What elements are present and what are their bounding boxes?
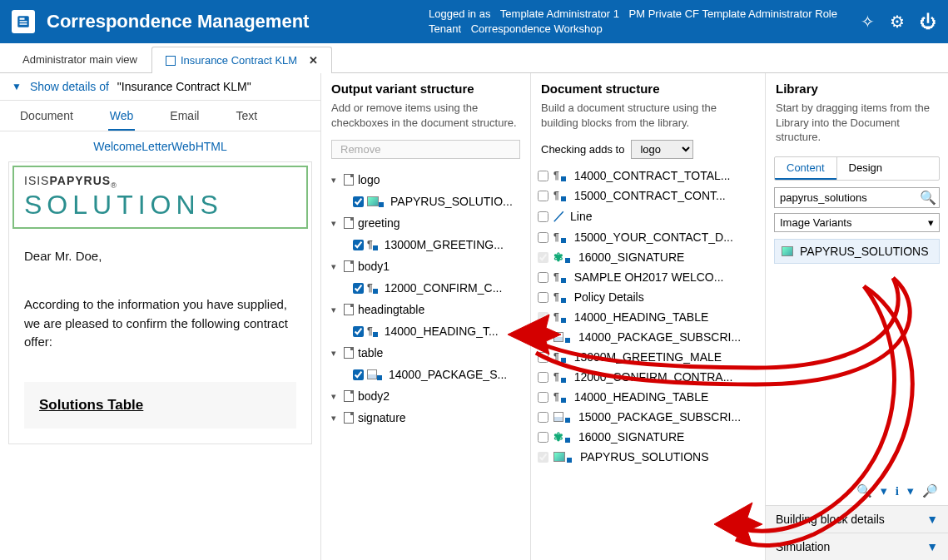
show-details-link[interactable]: Show details of [30, 80, 109, 93]
tree-node[interactable]: ▾headingtable [326, 299, 525, 320]
item-checkbox[interactable] [538, 392, 548, 403]
expand-icon[interactable]: ▾ [328, 391, 340, 402]
doc-structure-item[interactable]: ¶14000_HEADING_TABLE [536, 307, 760, 327]
app-title: Correspondence Management [47, 11, 309, 32]
library-tab-design[interactable]: Design [836, 157, 894, 180]
dropdown-icon[interactable]: ▾ [881, 483, 887, 498]
tree-node[interactable]: ▾signature [326, 407, 525, 429]
settings-gear-icon[interactable]: ⚙ [890, 12, 905, 32]
item-checkbox[interactable] [538, 412, 548, 423]
tab-insurance-contract[interactable]: Insurance Contract KLM ✕ [151, 47, 332, 73]
checking-adds-select[interactable]: logo [631, 140, 693, 159]
item-checkbox[interactable] [538, 432, 548, 443]
mode-tab-document[interactable]: Document [18, 106, 75, 131]
output-variant-tree: ▾logoPAPYRUS_SOLUTIO...▾greeting¶13000M_… [321, 166, 530, 560]
item-checkbox[interactable] [538, 232, 548, 243]
doc-structure-item-label: 16000_SIGNATURE [578, 250, 684, 264]
doc-structure-item[interactable]: PAPYRUS_SOLUTIONS [536, 447, 760, 467]
library-search[interactable]: 🔍 [774, 187, 940, 208]
library-tab-content[interactable]: Content [775, 157, 836, 180]
doc-structure-item[interactable]: 15000_PACKAGE_SUBSCRI... [536, 407, 760, 427]
tree-leaf[interactable]: 14000_PACKAGE_S... [326, 364, 525, 385]
doc-structure-item[interactable]: ✾16000_SIGNATURE [536, 247, 760, 267]
folder-icon [344, 304, 354, 315]
doc-structure-desc: Build a document structure using the bui… [541, 101, 755, 130]
close-icon[interactable]: ✕ [309, 54, 318, 67]
acc-label: Simulation [776, 540, 830, 553]
zoom-page-icon[interactable]: 🔍 [856, 483, 872, 498]
library-item-papyrus-solutions[interactable]: PAPYRUS_SOLUTIONS [774, 239, 940, 264]
tree-leaf-label: 13000M_GREETING... [385, 238, 504, 251]
doc-structure-item[interactable]: ¶SAMPLE OH2017 WELCO... [536, 267, 760, 287]
item-checkbox[interactable] [538, 211, 548, 222]
doc-structure-item[interactable]: ¶12000_CONFIRM_CONTRA... [536, 367, 760, 387]
tree-leaf[interactable]: ¶13000M_GREETING... [326, 234, 525, 255]
paragraph-icon: ¶ [553, 371, 559, 383]
find-page-icon[interactable]: 🔎 [922, 483, 938, 498]
folder-icon [344, 412, 354, 424]
doc-structure-item[interactable]: ¶15000_CONTRACT_CONT... [536, 186, 760, 206]
dropdown-icon-2[interactable]: ▾ [907, 483, 914, 498]
expand-icon[interactable]: ▾ [328, 348, 340, 359]
doc-structure-item[interactable]: ¶14000_HEADING_TABLE [536, 387, 760, 407]
output-variant-desc: Add or remove items using the checkboxes… [331, 101, 520, 130]
tree-leaf[interactable]: ¶14000_HEADING_T... [326, 320, 525, 342]
doc-structure-item[interactable]: ／Line [536, 206, 760, 227]
tree-leaf[interactable]: PAPYRUS_SOLUTIO... [326, 191, 525, 212]
power-icon[interactable]: ⏻ [920, 12, 936, 32]
preview-doc-title[interactable]: WelcomeLetterWebHTML [0, 131, 320, 161]
paragraph-icon: ¶ [553, 291, 559, 303]
info-icon[interactable]: i [896, 484, 899, 498]
library-filter-select[interactable]: Image Variants ▾ [774, 213, 940, 232]
search-icon[interactable]: 🔍 [920, 190, 936, 206]
accordion-simulation[interactable]: Simulation ▼ [766, 533, 948, 560]
mode-tab-email[interactable]: Email [168, 106, 201, 131]
output-variant-title: Output variant structure [331, 82, 520, 96]
mode-tab-text[interactable]: Text [234, 106, 259, 131]
chevron-down-icon: ▾ [928, 216, 934, 229]
tree-node-label: signature [358, 411, 406, 424]
expand-icon[interactable]: ▾ [328, 218, 340, 229]
doc-structure-item[interactable]: ¶14000_CONTRACT_TOTAL... [536, 166, 760, 186]
preview-solutions-table: Solutions Table [24, 382, 296, 429]
doc-structure-item[interactable]: ¶Policy Details [536, 287, 760, 307]
item-checkbox[interactable] [538, 352, 548, 363]
item-checkbox[interactable] [353, 196, 364, 207]
doc-structure-item[interactable]: 14000_PACKAGE_SUBSCRI... [536, 327, 760, 347]
remove-button[interactable]: Remove [331, 140, 520, 159]
tree-node[interactable]: ▾body1 [326, 255, 525, 277]
doc-structure-item[interactable]: ¶13000M_GREETING_MALE [536, 347, 760, 367]
item-checkbox[interactable] [538, 372, 548, 383]
mode-tab-web[interactable]: Web [108, 106, 136, 131]
show-details-bar[interactable]: ▼ Show details of "Insurance Contract KL… [0, 73, 320, 101]
item-checkbox[interactable] [353, 240, 364, 250]
doc-structure-item[interactable]: ✾16000_SIGNATURE [536, 427, 760, 447]
tree-leaf[interactable]: ¶12000_CONFIRM_C... [326, 277, 525, 299]
folder-icon [344, 260, 354, 272]
search-input[interactable] [780, 191, 920, 204]
accordion-building-block-details[interactable]: Building block details ▼ [766, 505, 948, 533]
item-checkbox[interactable] [538, 171, 548, 181]
tree-node[interactable]: ▾greeting [326, 212, 525, 234]
expand-icon[interactable]: ▾ [328, 413, 340, 424]
tree-node-label: logo [358, 173, 380, 186]
expand-icon[interactable]: ▾ [328, 305, 340, 315]
tab-admin-main[interactable]: Administrator main view [8, 46, 151, 72]
paragraph-icon: ¶ [553, 170, 559, 181]
item-checkbox[interactable] [353, 283, 364, 294]
item-checkbox[interactable] [353, 369, 364, 380]
expand-icon[interactable]: ▾ [328, 261, 340, 272]
folder-icon [344, 217, 354, 229]
item-checkbox[interactable] [538, 191, 548, 201]
notifications-icon[interactable]: ✧ [861, 12, 875, 32]
expand-icon[interactable]: ▾ [328, 175, 340, 186]
doc-structure-item[interactable]: ¶15000_YOUR_CONTACT_D... [536, 227, 760, 247]
item-checkbox[interactable] [353, 326, 364, 337]
item-checkbox[interactable] [538, 272, 548, 283]
paragraph-icon: ¶ [553, 271, 559, 283]
tree-node[interactable]: ▾body2 [326, 385, 525, 407]
item-checkbox[interactable] [538, 292, 548, 303]
tree-node[interactable]: ▾logo [326, 169, 525, 191]
tree-node[interactable]: ▾table [326, 342, 525, 364]
table-icon [367, 369, 377, 379]
